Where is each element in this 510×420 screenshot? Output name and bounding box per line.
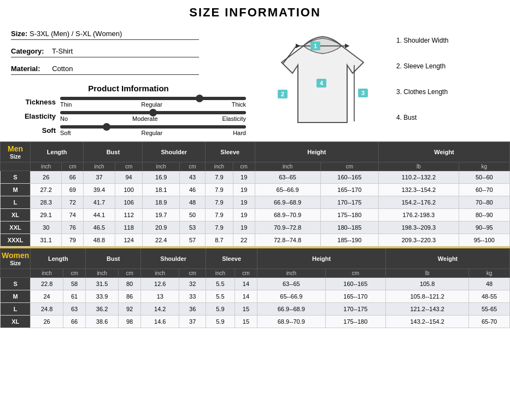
page-title: SIZE INFORMATION <box>0 0 510 24</box>
svg-text:1: 1 <box>314 43 317 49</box>
measurement-4: 4. Bust <box>396 114 478 121</box>
measurement-2: 2. Sleeve Length <box>396 62 478 70</box>
soft-slider-track <box>60 125 246 129</box>
measurement-labels: 1. Shoulder Width 2. Sleeve Length 3. Cl… <box>394 27 481 141</box>
soft-thumb <box>103 123 110 131</box>
size-tables: MenSize Length Bust Shoulder Sleeve Heig… <box>0 142 510 328</box>
men-size-table: MenSize Length Bust Shoulder Sleeve Heig… <box>0 142 510 247</box>
tshirt-svg: 1 2 3 4 <box>273 30 372 133</box>
men-sub-header: inch cm inch cm inch cm inch cm inch cm … <box>1 162 510 171</box>
tickness-thumb <box>196 95 203 102</box>
elasticity-thumb <box>149 109 157 116</box>
table-row: L24.86336.29214.2365.91566.9--68.9170--1… <box>1 303 510 316</box>
measurement-3: 3. Clothes Length <box>396 88 478 96</box>
elasticity-slider-track <box>60 111 246 114</box>
material-info: Material: Cotton <box>11 65 199 75</box>
men-table-wrapper: MenSize Length Bust Shoulder Sleeve Heig… <box>0 142 510 247</box>
tickness-slider-track <box>60 97 246 100</box>
table-row: S2666379416.9437.91963--65160--165110.2-… <box>1 171 510 184</box>
women-sub-header: inch cm inch cm inch cm inch cm inch cm … <box>1 269 510 278</box>
table-row: S22.85831.58012.6325.51463--65160--16510… <box>1 278 510 290</box>
table-row: L28.37241.710618.9487.91966.9--68.9170--… <box>1 196 510 209</box>
table-row: XXL307646.511820.9537.91970.9--72.8180--… <box>1 221 510 234</box>
tickness-attribute: Tickness Thin Regular Thick <box>16 96 246 108</box>
table-row: M27.26939.410018.1467.91965--66.9165--17… <box>1 184 510 196</box>
soft-attribute: Soft Soft Regular Hard <box>16 124 246 136</box>
product-info-panel: Size: S-3XL (Men) / S-XL (Women) Categor… <box>5 27 251 141</box>
table-row: XL266638.69814.6375.91568.9--70.9175--18… <box>1 316 510 328</box>
women-header: WomenSize Length Bust Shoulder Sleeve He… <box>1 249 510 269</box>
table-row: M246133.98613335.51465--66.9165--170105.… <box>1 290 510 303</box>
measurement-1: 1. Shoulder Width <box>396 37 478 44</box>
table-row: XL29.17444.111219.7507.91968.9--70.9175-… <box>1 209 510 221</box>
tshirt-diagram: 1 2 3 4 <box>251 27 394 141</box>
svg-text:4: 4 <box>320 80 324 86</box>
category-info: Category: T-Shirt <box>11 47 199 57</box>
women-size-table: WomenSize Length Bust Shoulder Sleeve He… <box>0 248 510 328</box>
svg-text:3: 3 <box>361 90 365 96</box>
product-section-title: Product Imformation <box>11 84 246 93</box>
svg-text:2: 2 <box>281 91 284 97</box>
women-table-wrapper: WomenSize Length Bust Shoulder Sleeve He… <box>0 248 510 328</box>
size-info: Size: S-3XL (Men) / S-XL (Women) <box>11 30 199 40</box>
table-row: XXXL31.17948.812422.4578.72272.8--74.818… <box>1 234 510 247</box>
elasticity-attribute: Elasticity No Moderate Elasticity <box>16 110 246 122</box>
men-header: MenSize Length Bust Shoulder Sleeve Heig… <box>1 142 510 162</box>
